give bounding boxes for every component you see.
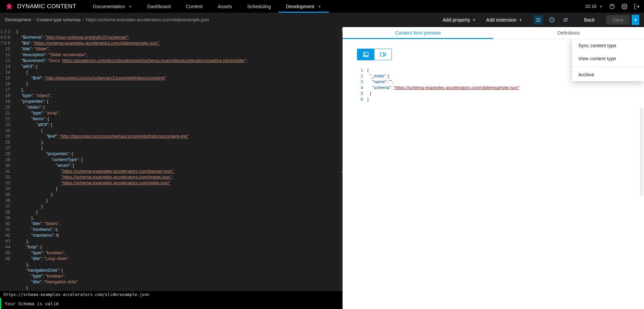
svg-point-4 (364, 53, 366, 54)
history-icon[interactable] (547, 15, 557, 25)
list-view-icon[interactable] (533, 15, 543, 25)
nav-label: Scheduling (247, 4, 271, 9)
svg-rect-5 (381, 53, 384, 56)
add-extension-label: Add extension (486, 17, 517, 23)
breadcrumb-development[interactable]: Development (5, 17, 31, 22)
gear-icon[interactable] (621, 3, 628, 10)
right-column: Content form preview Definitions 1 2 3 4… (343, 27, 644, 309)
help-icon[interactable] (609, 3, 615, 10)
menu-view-content-type[interactable]: View content type (572, 52, 644, 65)
chevron-down-icon: ▼ (599, 4, 603, 9)
save-menu-button[interactable]: ▼ (632, 15, 639, 25)
add-property-label: Add property (443, 17, 470, 23)
svg-point-3 (564, 20, 565, 21)
status-url: https://schema-examples-accelerators.com… (0, 291, 343, 298)
svg-point-2 (566, 18, 567, 19)
menu-separator (572, 66, 644, 67)
minimap[interactable] (338, 27, 343, 291)
nav-label: Assets (218, 4, 232, 9)
menu-sync-content-type[interactable]: Sync content type (572, 39, 644, 52)
nav-label: Content (186, 4, 202, 9)
nav-label: Documentation (93, 4, 125, 9)
editor-code[interactable]: { "$schema": "http://json-schema.org/dra… (15, 27, 343, 291)
crumb-tools: Add property▼ Add extension▼ Back Save ▼ (441, 15, 639, 25)
menu-archive[interactable]: Archive (572, 68, 644, 81)
preview-body: 1 2 3 4 5 6 { "_meta": { "name": "", "sc… (343, 39, 644, 309)
app-logo (4, 1, 14, 12)
save-button[interactable]: Save (606, 15, 630, 25)
breadcrumb-separator: / (31, 17, 37, 22)
clock-value: 22:10 (585, 4, 597, 9)
nav-label: Dashboard (147, 4, 171, 9)
exit-icon[interactable] (634, 3, 640, 10)
top-nav: Documentation▼ Dashboard Content Assets … (85, 0, 329, 13)
preview-toggle-group (357, 49, 392, 60)
nav-development[interactable]: Development▼ (278, 0, 329, 13)
chevron-down-icon: ▼ (318, 4, 321, 9)
tab-definitions[interactable]: Definitions (493, 27, 644, 39)
nav-scheduling[interactable]: Scheduling (239, 0, 278, 13)
status-valid: Your Schema is valid (0, 298, 343, 309)
nav-assets[interactable]: Assets (210, 0, 239, 13)
schema-editor[interactable]: 1 2 3 4 5 6 7 8 9 10 11 12 13 14 15 16 1… (0, 27, 343, 291)
main-split: 1 2 3 4 5 6 7 8 9 10 11 12 13 14 15 16 1… (0, 27, 644, 309)
nav-dashboard[interactable]: Dashboard (140, 0, 178, 13)
scrollbar[interactable] (640, 108, 643, 197)
image-preview-toggle[interactable] (357, 49, 374, 60)
chevron-down-icon: ▼ (634, 18, 637, 22)
chevron-down-icon: ▼ (128, 4, 132, 9)
add-property-button[interactable]: Add property▼ (441, 15, 477, 25)
chevron-down-icon: ▼ (519, 18, 522, 22)
clock[interactable]: 22:10▼ (585, 4, 603, 9)
nav-content[interactable]: Content (178, 0, 210, 13)
chevron-down-icon: ▼ (472, 18, 476, 22)
app-header: DYNAMIC CONTENT Documentation▼ Dashboard… (0, 0, 644, 13)
svg-point-1 (624, 5, 626, 7)
nav-label: Development (286, 4, 314, 9)
breadcrumb-schemas[interactable]: Content type schemas (36, 17, 80, 22)
sliders-icon[interactable] (561, 15, 570, 25)
breadcrumb-separator: / (81, 17, 86, 22)
preview-gutter: 1 2 3 4 5 6 (357, 67, 367, 102)
nav-documentation[interactable]: Documentation▼ (85, 0, 140, 13)
breadcrumb-current: https://schema-examples-accelerators.com… (86, 17, 209, 22)
video-preview-toggle[interactable] (374, 49, 392, 60)
crumb-bar: Development / Content type schemas / htt… (0, 13, 644, 27)
back-button[interactable]: Back (578, 15, 601, 25)
add-extension-button[interactable]: Add extension▼ (485, 15, 524, 25)
tab-content-form-preview[interactable]: Content form preview (343, 27, 493, 39)
editor-gutter: 1 2 3 4 5 6 7 8 9 10 11 12 13 14 15 16 1… (0, 27, 15, 291)
save-dropdown-menu: Sync content type View content type Arch… (572, 39, 644, 81)
preview-tabs: Content form preview Definitions (343, 27, 644, 39)
header-right: 22:10▼ (585, 3, 640, 10)
left-column: 1 2 3 4 5 6 7 8 9 10 11 12 13 14 15 16 1… (0, 27, 343, 309)
brand-name: DYNAMIC CONTENT (17, 3, 76, 10)
